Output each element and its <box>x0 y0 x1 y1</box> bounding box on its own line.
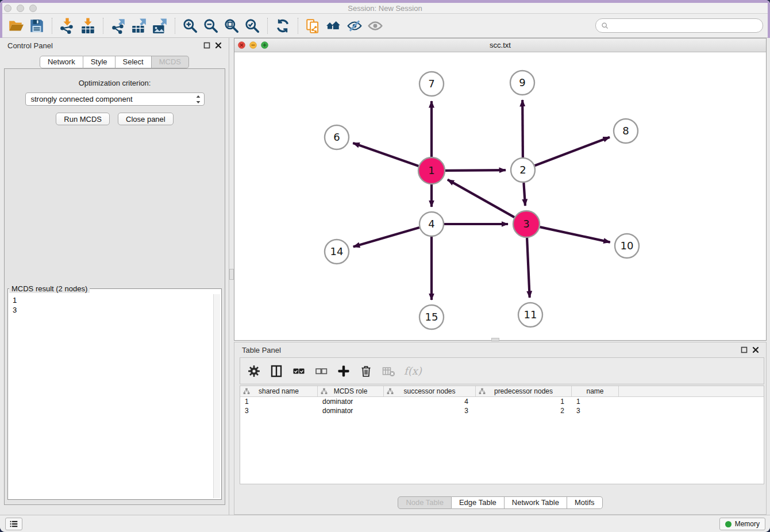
criterion-select[interactable]: strongly connected component <box>25 92 205 106</box>
table-row[interactable]: 1dominator411 <box>240 397 764 406</box>
canvas-splitter-handle[interactable] <box>491 338 499 341</box>
table-cell[interactable]: dominator <box>318 406 384 415</box>
status-list-button[interactable] <box>5 518 22 530</box>
graph-edge-2-9[interactable] <box>522 100 523 157</box>
graph-edge-2-8[interactable] <box>535 137 610 166</box>
export-table-icon <box>131 18 147 34</box>
float-table-panel-icon[interactable] <box>741 346 748 353</box>
export-image-button[interactable] <box>151 17 169 35</box>
float-panel-icon[interactable] <box>203 42 210 49</box>
table-cell[interactable]: dominator <box>318 397 384 406</box>
column-header-MCDS-role[interactable]: MCDS role <box>318 386 384 396</box>
table-cell[interactable]: 4 <box>384 397 476 406</box>
column-header-shared-name[interactable]: shared name <box>240 386 318 396</box>
graph-edge-3-10[interactable] <box>540 227 610 242</box>
graph-node-8[interactable]: 8 <box>614 119 638 143</box>
mcds-panel: Optimization criterion: strongly connect… <box>4 68 225 505</box>
export-table-button[interactable] <box>130 17 148 35</box>
table-settings-button[interactable] <box>245 363 263 380</box>
title-bar[interactable]: Session: New Session <box>0 3 770 14</box>
table-row[interactable]: 3dominator323 <box>240 406 764 415</box>
graph-node-10[interactable]: 10 <box>615 234 639 258</box>
tab-network-table[interactable]: Network Table <box>505 496 567 509</box>
run-mcds-button[interactable]: Run MCDS <box>56 113 110 125</box>
graph-node-14[interactable]: 14 <box>325 240 349 264</box>
table-cell[interactable]: 3 <box>572 406 619 415</box>
tab-style[interactable]: Style <box>83 56 116 68</box>
network-canvas-svg: 7968124314101511 <box>234 52 766 340</box>
graph-edge-1-2[interactable] <box>445 170 506 171</box>
tab-node-table[interactable]: Node Table <box>398 496 452 509</box>
home-button[interactable] <box>325 17 343 35</box>
graph-node-4[interactable]: 4 <box>419 212 444 236</box>
column-header-label: name <box>586 387 603 395</box>
close-panel-button[interactable]: Close panel <box>118 113 174 125</box>
clone-network-button[interactable] <box>304 17 322 35</box>
graph-node-3[interactable]: 3 <box>513 211 540 237</box>
table-cell[interactable]: 1 <box>572 397 619 406</box>
network-minimize-button[interactable] <box>249 41 257 49</box>
graph-node-15[interactable]: 15 <box>419 305 444 329</box>
tab-network[interactable]: Network <box>40 56 83 68</box>
export-network-button[interactable] <box>109 17 128 35</box>
zoom-in-button[interactable] <box>181 17 199 35</box>
tab-mcds[interactable]: MCDS <box>152 56 189 68</box>
graph-node-label: 6 <box>333 131 340 143</box>
hide-panels-button[interactable] <box>345 17 364 35</box>
refresh-button[interactable] <box>274 17 292 35</box>
table-cell[interactable]: 1 <box>240 397 318 406</box>
panel-splitter-handle[interactable] <box>229 269 234 280</box>
toolbar-separator <box>52 18 52 34</box>
deselect-all-columns-button[interactable] <box>313 363 330 380</box>
import-table-button[interactable] <box>79 17 97 35</box>
close-control-panel-icon[interactable] <box>215 42 222 49</box>
memory-button[interactable]: Memory <box>719 518 765 530</box>
network-close-button[interactable] <box>238 41 245 49</box>
graph-edge-3-1[interactable] <box>448 180 514 218</box>
graph-node-7[interactable]: 7 <box>419 72 444 96</box>
mcds-result-title: MCDS result (2 nodes) <box>9 284 90 293</box>
tab-edge-table[interactable]: Edge Table <box>452 496 505 509</box>
table-cell[interactable]: 3 <box>240 406 318 415</box>
network-zoom-button[interactable] <box>261 41 268 49</box>
search-box[interactable] <box>595 18 763 33</box>
select-all-columns-button[interactable] <box>290 363 307 380</box>
table-cell[interactable]: 1 <box>476 397 572 406</box>
mcds-button-row: Run MCDS Close panel <box>5 113 225 125</box>
open-session-button[interactable] <box>7 17 25 35</box>
zoom-out-button[interactable] <box>202 17 220 35</box>
zoom-selected-button[interactable] <box>243 17 261 35</box>
graph-node-9[interactable]: 9 <box>510 71 534 95</box>
tab-motifs[interactable]: Motifs <box>567 496 603 509</box>
close-table-panel-icon[interactable] <box>752 346 759 353</box>
result-scrollbar[interactable] <box>213 294 220 498</box>
add-column-button[interactable] <box>335 363 352 380</box>
graph-node-2[interactable]: 2 <box>511 158 535 182</box>
delete-table-button[interactable] <box>380 363 397 380</box>
show-panels-button[interactable] <box>366 17 384 35</box>
network-canvas[interactable]: 7968124314101511 <box>234 52 766 340</box>
function-builder-button[interactable]: f(x) <box>402 363 419 380</box>
graph-node-1[interactable]: 1 <box>418 157 445 184</box>
column-header-successor-nodes[interactable]: successor nodes <box>384 386 476 396</box>
import-network-button[interactable] <box>58 17 76 35</box>
graph-node-6[interactable]: 6 <box>325 125 349 149</box>
graph-edge-4-14[interactable] <box>353 228 419 247</box>
table-cell[interactable]: 2 <box>476 406 572 415</box>
toggle-columns-button[interactable] <box>268 363 285 380</box>
delete-column-button[interactable] <box>357 363 375 380</box>
network-window-titlebar[interactable]: scc.txt <box>234 38 766 52</box>
column-header-name[interactable]: name <box>572 386 619 396</box>
table-cell[interactable]: 3 <box>384 406 476 415</box>
save-session-button[interactable] <box>28 17 46 35</box>
zoom-fit-button[interactable] <box>222 17 241 35</box>
mcds-result-text[interactable]: 13 <box>9 294 213 498</box>
column-header-predecessor-nodes[interactable]: predecessor nodes <box>476 386 572 396</box>
search-input[interactable] <box>609 20 763 32</box>
graph-edge-1-6[interactable] <box>353 143 418 166</box>
graph-edge-3-11[interactable] <box>527 238 530 298</box>
tab-select[interactable]: Select <box>116 56 152 68</box>
graph-node-11[interactable]: 11 <box>518 303 542 327</box>
list-icon <box>6 519 21 529</box>
graph-edge-2-3[interactable] <box>523 183 525 206</box>
